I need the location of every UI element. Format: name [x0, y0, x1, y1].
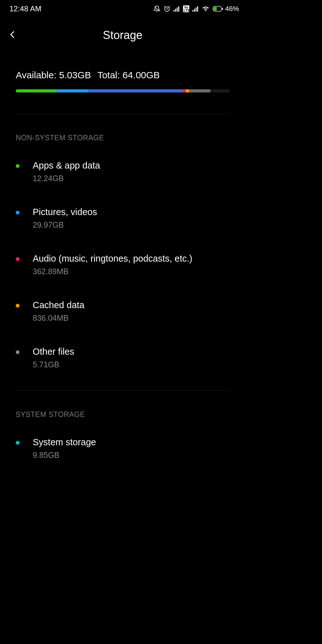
- summary-text: Available: 5.03GB Total: 64.00GB: [16, 70, 230, 80]
- item-title: Apps & app data: [33, 160, 230, 171]
- dot-icon: [16, 211, 19, 214]
- total-label: Total:: [97, 70, 120, 80]
- bar-seg-audio: [182, 89, 186, 92]
- wifi-icon: [202, 6, 209, 12]
- svg-rect-8: [196, 8, 197, 12]
- item-title: Cached data: [33, 300, 230, 310]
- item-size: 362.89MB: [33, 267, 230, 276]
- item-size: 12.24GB: [33, 174, 230, 183]
- item-system[interactable]: System storage 9.85GB: [0, 425, 245, 472]
- item-title: System storage: [33, 437, 230, 447]
- status-time: 12:48 AM: [9, 4, 41, 13]
- item-apps[interactable]: Apps & app data 12.24GB: [0, 148, 245, 195]
- svg-rect-5: [178, 6, 179, 12]
- item-size: 9.85GB: [33, 451, 230, 460]
- item-cached[interactable]: Cached data 836.04MB: [0, 288, 245, 335]
- dot-icon: [16, 257, 19, 261]
- dot-icon: [16, 350, 19, 354]
- header: Storage: [0, 16, 245, 56]
- bar-seg-system: [56, 89, 88, 92]
- item-title: Other files: [33, 347, 230, 357]
- section-system: SYSTEM STORAGE: [0, 391, 245, 425]
- item-audio[interactable]: Audio (music, ringtones, podcasts, etc.)…: [0, 242, 245, 288]
- dnd-icon: [153, 5, 160, 12]
- total-value: 64.00GB: [123, 70, 160, 80]
- available-label: Available:: [16, 70, 57, 80]
- section-non-system: NON-SYSTEM STORAGE: [0, 114, 245, 148]
- dot-icon: [16, 441, 19, 445]
- available-value: 5.03GB: [59, 70, 91, 80]
- svg-rect-2: [174, 10, 175, 12]
- battery-icon: 46%: [213, 5, 239, 13]
- item-size: 5.71GB: [33, 360, 230, 369]
- bar-seg-cached: [186, 89, 189, 92]
- svg-rect-9: [197, 6, 198, 12]
- item-title: Audio (music, ringtones, podcasts, etc.): [33, 253, 230, 264]
- battery-pct: 46%: [225, 5, 239, 13]
- back-button[interactable]: [6, 27, 19, 43]
- bar-seg-pictures: [88, 89, 182, 92]
- page-title: Storage: [103, 29, 142, 42]
- svg-rect-3: [175, 9, 176, 12]
- svg-rect-12: [222, 8, 223, 10]
- signal-icon-1: [174, 6, 180, 12]
- svg-rect-7: [194, 9, 195, 12]
- signal-icon-2: [192, 6, 199, 12]
- storage-summary: Available: 5.03GB Total: 64.00GB: [0, 56, 245, 99]
- item-pictures[interactable]: Pictures, videos 29.97GB: [0, 195, 245, 242]
- item-size: 836.04MB: [33, 314, 230, 323]
- volte-icon: VoLTE: [183, 5, 189, 12]
- dot-icon: [16, 164, 19, 168]
- chevron-left-icon: [8, 30, 17, 40]
- storage-bar: [16, 89, 230, 92]
- bar-seg-other: [189, 89, 210, 92]
- alarm-icon: [164, 5, 170, 12]
- item-title: Pictures, videos: [33, 207, 230, 217]
- bar-seg-apps: [16, 89, 56, 92]
- item-other[interactable]: Other files 5.71GB: [0, 335, 245, 381]
- status-bar: 12:48 AM VoLTE 46%: [0, 0, 245, 16]
- item-size: 29.97GB: [33, 220, 230, 230]
- svg-rect-4: [177, 8, 178, 12]
- status-icons: VoLTE 46%: [153, 5, 239, 13]
- svg-rect-6: [192, 10, 193, 12]
- dot-icon: [16, 304, 19, 308]
